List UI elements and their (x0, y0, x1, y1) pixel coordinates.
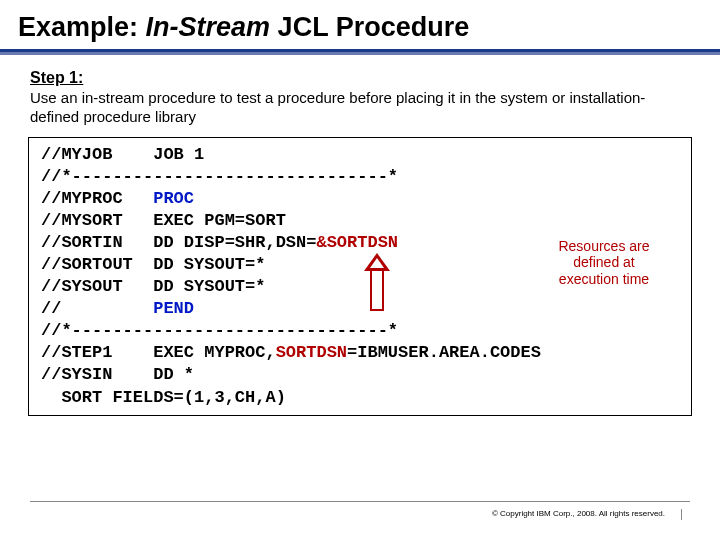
note-line-3: execution time (559, 271, 649, 287)
code-line-4: //MYSORT EXEC PGM=SORT (41, 211, 286, 230)
code-line-8a: // (41, 299, 153, 318)
title-emphasis: In-Stream (146, 12, 271, 42)
title-underline-bar (0, 49, 720, 55)
footer-rule (30, 501, 690, 502)
note-line-1: Resources are (558, 238, 649, 254)
callout-arrow-icon (364, 253, 390, 311)
callout-note: Resources are defined at execution time (539, 238, 669, 288)
code-line-12: SORT FIELDS=(1,3,CH,A) (41, 388, 286, 407)
code-line-2: //*-------------------------------* (41, 167, 398, 186)
code-line-5a: //SORTIN DD DISP=SHR,DSN= (41, 233, 316, 252)
code-line-7: //SYSOUT DD SYSOUT=* (41, 277, 265, 296)
corner-mark (681, 509, 682, 520)
title-prefix: Example: (18, 12, 146, 42)
code-param-sortdsn: SORTDSN (276, 343, 347, 362)
code-symbolic-sortdsn: &SORTDSN (316, 233, 398, 252)
code-keyword-pend: PEND (153, 299, 194, 318)
title-suffix: JCL Procedure (270, 12, 469, 42)
code-box: //MYJOB JOB 1 //*-----------------------… (28, 137, 692, 416)
note-line-2: defined at (573, 254, 635, 270)
code-line-1: //MYJOB JOB 1 (41, 145, 204, 164)
code-line-10a: //STEP1 EXEC MYPROC, (41, 343, 276, 362)
step-label: Step 1: (0, 69, 720, 87)
code-line-3a: //MYPROC (41, 189, 153, 208)
copyright: © Copyright IBM Corp., 2008. All rights … (492, 509, 665, 518)
code-line-11: //SYSIN DD * (41, 365, 194, 384)
code-line-10c: =IBMUSER.AREA.CODES (347, 343, 541, 362)
step-description: Use an in-stream procedure to test a pro… (0, 87, 720, 137)
code-line-6: //SORTOUT DD SYSOUT=* (41, 255, 265, 274)
code-line-9: //*-------------------------------* (41, 321, 398, 340)
slide-title: Example: In-Stream JCL Procedure (0, 0, 720, 49)
code-keyword-proc: PROC (153, 189, 194, 208)
